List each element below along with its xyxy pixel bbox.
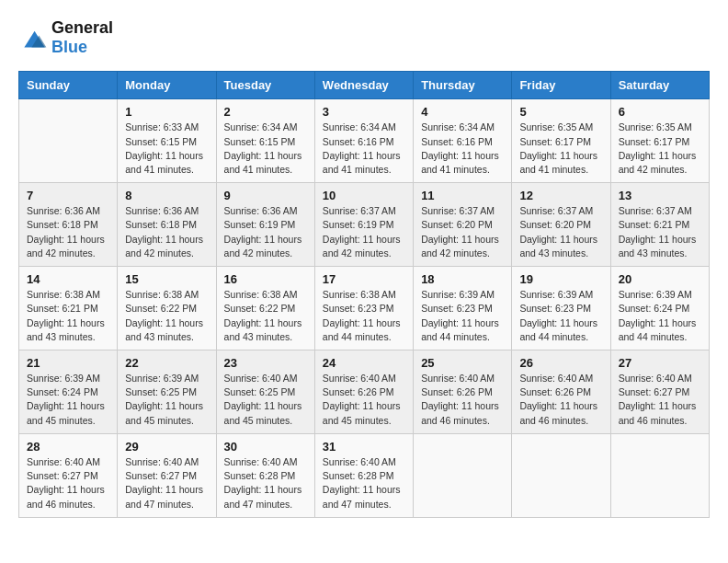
day-number: 22 — [125, 356, 208, 370]
day-number: 5 — [519, 105, 602, 119]
header-thursday: Thursday — [414, 72, 512, 99]
day-number: 27 — [619, 356, 701, 370]
calendar-cell — [19, 99, 118, 183]
day-number: 6 — [619, 105, 701, 119]
calendar-week-row: 14Sunrise: 6:38 AMSunset: 6:21 PMDayligh… — [19, 267, 710, 350]
calendar-cell: 17Sunrise: 6:38 AMSunset: 6:23 PMDayligh… — [314, 267, 413, 350]
day-info: Sunrise: 6:39 AMSunset: 6:24 PMDaylight:… — [619, 288, 701, 344]
day-info: Sunrise: 6:35 AMSunset: 6:17 PMDaylight:… — [619, 121, 701, 177]
day-info: Sunrise: 6:34 AMSunset: 6:15 PMDaylight:… — [224, 121, 307, 177]
day-info: Sunrise: 6:40 AMSunset: 6:26 PMDaylight:… — [519, 372, 602, 428]
calendar-cell: 12Sunrise: 6:37 AMSunset: 6:20 PMDayligh… — [512, 183, 610, 267]
calendar-cell: 2Sunrise: 6:34 AMSunset: 6:15 PMDaylight… — [216, 99, 314, 183]
day-info: Sunrise: 6:37 AMSunset: 6:20 PMDaylight:… — [519, 204, 602, 260]
day-number: 8 — [125, 189, 208, 202]
header-monday: Monday — [118, 72, 216, 99]
day-info: Sunrise: 6:40 AMSunset: 6:25 PMDaylight:… — [224, 372, 307, 428]
day-number: 21 — [27, 356, 109, 370]
calendar-cell: 16Sunrise: 6:38 AMSunset: 6:22 PMDayligh… — [216, 267, 314, 350]
day-info: Sunrise: 6:34 AMSunset: 6:16 PMDaylight:… — [421, 121, 504, 177]
day-number: 10 — [323, 189, 405, 202]
day-info: Sunrise: 6:37 AMSunset: 6:20 PMDaylight:… — [421, 204, 504, 260]
day-info: Sunrise: 6:40 AMSunset: 6:26 PMDaylight:… — [323, 372, 405, 428]
day-info: Sunrise: 6:40 AMSunset: 6:26 PMDaylight:… — [421, 372, 504, 428]
day-number: 24 — [323, 356, 405, 370]
day-number: 31 — [323, 440, 405, 454]
calendar-cell: 31Sunrise: 6:40 AMSunset: 6:28 PMDayligh… — [314, 433, 413, 517]
header: General Blue — [18, 18, 710, 56]
day-number: 15 — [125, 272, 208, 286]
day-info: Sunrise: 6:40 AMSunset: 6:27 PMDaylight:… — [27, 455, 109, 511]
day-info: Sunrise: 6:38 AMSunset: 6:22 PMDaylight:… — [125, 288, 208, 344]
header-friday: Friday — [512, 72, 610, 99]
day-number: 19 — [519, 272, 602, 286]
calendar-cell: 18Sunrise: 6:39 AMSunset: 6:23 PMDayligh… — [414, 267, 512, 350]
day-info: Sunrise: 6:39 AMSunset: 6:24 PMDaylight:… — [27, 372, 109, 428]
calendar-cell: 8Sunrise: 6:36 AMSunset: 6:18 PMDaylight… — [118, 183, 216, 267]
day-number: 23 — [224, 356, 307, 370]
calendar-cell: 14Sunrise: 6:38 AMSunset: 6:21 PMDayligh… — [19, 267, 118, 350]
calendar-cell — [414, 433, 512, 517]
day-number: 25 — [421, 356, 504, 370]
day-info: Sunrise: 6:39 AMSunset: 6:23 PMDaylight:… — [519, 288, 602, 344]
day-number: 30 — [224, 440, 307, 454]
calendar-cell: 9Sunrise: 6:36 AMSunset: 6:19 PMDaylight… — [216, 183, 314, 267]
calendar-cell: 22Sunrise: 6:39 AMSunset: 6:25 PMDayligh… — [118, 350, 216, 434]
day-number: 9 — [224, 189, 307, 202]
day-number: 14 — [27, 272, 109, 286]
calendar-cell: 3Sunrise: 6:34 AMSunset: 6:16 PMDaylight… — [314, 99, 413, 183]
day-number: 29 — [125, 440, 208, 454]
day-info: Sunrise: 6:40 AMSunset: 6:27 PMDaylight:… — [619, 372, 701, 428]
calendar-cell: 5Sunrise: 6:35 AMSunset: 6:17 PMDaylight… — [512, 99, 610, 183]
logo-icon — [18, 25, 48, 51]
calendar-cell: 25Sunrise: 6:40 AMSunset: 6:26 PMDayligh… — [414, 350, 512, 434]
day-info: Sunrise: 6:37 AMSunset: 6:21 PMDaylight:… — [619, 204, 701, 260]
day-number: 13 — [619, 189, 701, 202]
day-info: Sunrise: 6:35 AMSunset: 6:17 PMDaylight:… — [519, 121, 602, 177]
day-number: 3 — [323, 105, 405, 119]
header-wednesday: Wednesday — [314, 72, 413, 99]
calendar-cell: 10Sunrise: 6:37 AMSunset: 6:19 PMDayligh… — [314, 183, 413, 267]
calendar-table: SundayMondayTuesdayWednesdayThursdayFrid… — [18, 71, 710, 517]
calendar-cell — [512, 433, 610, 517]
day-info: Sunrise: 6:34 AMSunset: 6:16 PMDaylight:… — [323, 121, 405, 177]
calendar-cell: 11Sunrise: 6:37 AMSunset: 6:20 PMDayligh… — [414, 183, 512, 267]
day-info: Sunrise: 6:40 AMSunset: 6:28 PMDaylight:… — [224, 455, 307, 511]
calendar-cell: 26Sunrise: 6:40 AMSunset: 6:26 PMDayligh… — [512, 350, 610, 434]
calendar-cell: 13Sunrise: 6:37 AMSunset: 6:21 PMDayligh… — [610, 183, 709, 267]
calendar-cell: 27Sunrise: 6:40 AMSunset: 6:27 PMDayligh… — [610, 350, 709, 434]
calendar-cell: 6Sunrise: 6:35 AMSunset: 6:17 PMDaylight… — [610, 99, 709, 183]
calendar-header-row: SundayMondayTuesdayWednesdayThursdayFrid… — [19, 72, 710, 99]
day-info: Sunrise: 6:33 AMSunset: 6:15 PMDaylight:… — [125, 121, 208, 177]
calendar-cell: 19Sunrise: 6:39 AMSunset: 6:23 PMDayligh… — [512, 267, 610, 350]
calendar-cell: 24Sunrise: 6:40 AMSunset: 6:26 PMDayligh… — [314, 350, 413, 434]
day-number: 1 — [125, 105, 208, 119]
day-number: 12 — [519, 189, 602, 202]
logo: General Blue — [18, 18, 113, 56]
calendar-cell: 28Sunrise: 6:40 AMSunset: 6:27 PMDayligh… — [19, 433, 118, 517]
day-number: 17 — [323, 272, 405, 286]
day-number: 11 — [421, 189, 504, 202]
day-info: Sunrise: 6:39 AMSunset: 6:23 PMDaylight:… — [421, 288, 504, 344]
calendar-cell: 15Sunrise: 6:38 AMSunset: 6:22 PMDayligh… — [118, 267, 216, 350]
header-tuesday: Tuesday — [216, 72, 314, 99]
calendar-cell: 20Sunrise: 6:39 AMSunset: 6:24 PMDayligh… — [610, 267, 709, 350]
calendar-cell: 21Sunrise: 6:39 AMSunset: 6:24 PMDayligh… — [19, 350, 118, 434]
day-number: 16 — [224, 272, 307, 286]
day-info: Sunrise: 6:38 AMSunset: 6:23 PMDaylight:… — [323, 288, 405, 344]
day-info: Sunrise: 6:38 AMSunset: 6:21 PMDaylight:… — [27, 288, 109, 344]
calendar-week-row: 1Sunrise: 6:33 AMSunset: 6:15 PMDaylight… — [19, 99, 710, 183]
day-info: Sunrise: 6:36 AMSunset: 6:18 PMDaylight:… — [125, 204, 208, 260]
calendar-cell: 4Sunrise: 6:34 AMSunset: 6:16 PMDaylight… — [414, 99, 512, 183]
calendar-week-row: 28Sunrise: 6:40 AMSunset: 6:27 PMDayligh… — [19, 433, 710, 517]
day-number: 18 — [421, 272, 504, 286]
calendar-cell: 29Sunrise: 6:40 AMSunset: 6:27 PMDayligh… — [118, 433, 216, 517]
calendar-cell: 30Sunrise: 6:40 AMSunset: 6:28 PMDayligh… — [216, 433, 314, 517]
day-info: Sunrise: 6:36 AMSunset: 6:19 PMDaylight:… — [224, 204, 307, 260]
header-saturday: Saturday — [610, 72, 709, 99]
header-sunday: Sunday — [19, 72, 118, 99]
logo-text: General Blue — [51, 18, 113, 56]
calendar-cell: 1Sunrise: 6:33 AMSunset: 6:15 PMDaylight… — [118, 99, 216, 183]
calendar-cell: 7Sunrise: 6:36 AMSunset: 6:18 PMDaylight… — [19, 183, 118, 267]
day-number: 7 — [27, 189, 109, 202]
